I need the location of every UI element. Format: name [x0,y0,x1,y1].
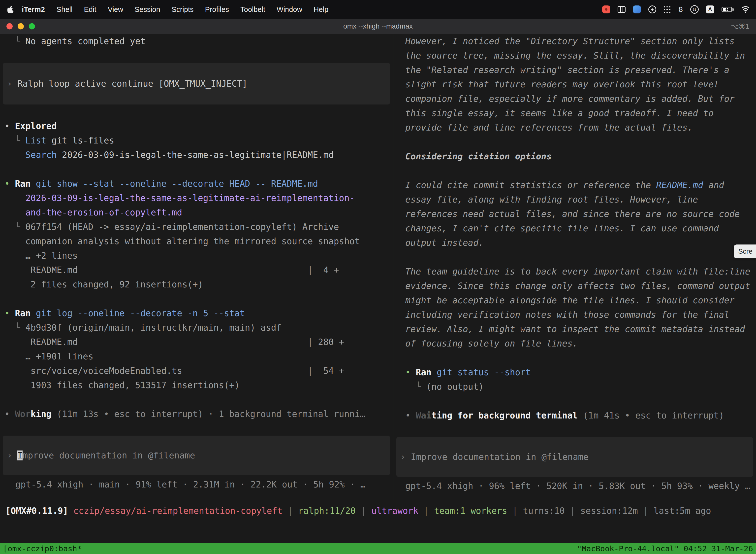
left-transcript: • Explored └ List git ls-files Search 20… [0,105,393,421]
text-run: No agents completed yet [25,36,145,46]
text-run: of focusing solely on file lines. [405,339,578,348]
terminal-line [0,162,393,176]
text-run: 4b9d30f (origin/main, instructkr/main, m… [25,323,281,333]
menu-item-toolbelt[interactable]: Toolbelt [235,5,271,13]
battery-body [721,7,732,12]
terminal-line [393,135,756,149]
menu-item-session[interactable]: Session [129,5,166,13]
screen-recording-indicator-icon[interactable] [602,5,610,13]
text-run: the source tree, missing the essay. Stil… [405,51,745,61]
terminal-line: 2026-03-09-is-legal-the-same-as-legitima… [0,191,393,205]
window-title: omx --xhigh --madmax [0,22,756,30]
text-run [4,150,25,160]
text-run: | [419,506,434,516]
terminal-line: README.md | 4 + [0,263,393,277]
tmux-host-and-time: "MacBook-Pro-44.local" 04:52 31-Mar-26 [577,544,753,553]
screen: iTerm2 ShellEditViewSessionScriptsProfil… [0,0,756,554]
table-grid-icon[interactable] [618,6,626,13]
menu-items: ShellEditViewSessionScriptsProfilesToolb… [51,5,334,14]
terminal-line: • Ran git log --oneline --decorate -n 5 … [0,306,393,321]
right-status-line: gpt-5.4 xhigh · 96% left · 520K in · 5.8… [393,479,756,493]
battery-gauge-icon[interactable]: 61 [690,5,699,14]
text-run: └ [405,382,426,392]
wifi-icon[interactable] [741,6,750,13]
text-run: (1m 41s • esc to interrupt) [578,410,724,421]
menu-item-window[interactable]: Window [271,5,308,13]
hook-icon[interactable]: 8 [679,5,683,14]
left-pre-lines: └ No agents completed yet [0,34,393,63]
text-run: including verification notes with those … [405,310,729,320]
left-spacer [0,421,393,436]
terminal-line: … +1901 lines [0,349,393,364]
left-prompt-text: › Improve documentation in @filename [3,448,195,463]
text-run: I could cite commit statistics or refere… [405,180,656,190]
text-run: • [405,367,416,377]
text-run: • [405,410,416,421]
menu-item-edit[interactable]: Edit [78,5,102,13]
text-run: turns:10 [523,506,565,516]
text-run: team:1 workers [434,506,507,516]
battery-icon[interactable] [721,7,734,12]
charging-bolt-icon [725,7,728,12]
text-run: └ [4,135,25,146]
text-run: and-the-erosion-of-copyleft.md [4,208,182,217]
raycast-icon[interactable] [633,5,641,13]
terminal-line: might be acceptable alongside the file l… [393,293,756,308]
text-run: └ [4,222,25,232]
text-run [68,506,73,516]
terminal-line: … +2 lines [0,248,393,263]
omx-status-bar: [OMX#0.11.9] cczip/essay/ai-reimplementa… [0,501,756,521]
terminal-line: output instead. [393,235,756,250]
text-run: 1903 files changed, 513517 insertions(+) [4,380,240,390]
apple-menu-icon[interactable] [7,5,14,13]
minimize-button[interactable] [18,23,24,30]
menu-item-view[interactable]: View [102,5,129,13]
text-run: companion analysis without altering the … [4,236,360,246]
close-button[interactable] [6,23,13,30]
left-status-line: gpt-5.4 xhigh · main · 91% left · 2.31M … [0,477,393,492]
zoom-button[interactable] [29,23,35,30]
terminal-line: slight risk that future readers may over… [393,77,756,92]
menu-item-scripts[interactable]: Scripts [166,5,199,13]
terminal-line: README.md | 280 + [0,335,393,349]
left-prompt-input[interactable]: › Improve documentation in @filename [3,436,390,475]
right-prompt-input[interactable]: › Improve documentation in @filename [396,437,753,477]
terminal-line [393,394,756,408]
battery-nub [733,8,734,11]
terminal-line: provide file and line references from th… [393,120,756,135]
terminal-line: companion analysis without altering the … [0,234,393,248]
disc-icon[interactable] [648,5,656,13]
text-run: › [400,452,411,462]
terminal-line: └ List git ls-files [0,133,393,148]
text-run: git log --oneline --decorate -n 5 --stat [36,308,245,318]
input-source-icon[interactable]: A [706,5,714,13]
menu-item-profiles[interactable]: Profiles [199,5,235,13]
text-run: 2026-03-09-is-legal-the-same-as-legitima… [57,150,334,160]
right-pane[interactable]: However, I noticed the "Directory Struct… [393,34,756,501]
screen-overlay-button[interactable]: Scre [734,244,756,258]
text-run: README.md | 4 + [4,265,339,275]
text-run: › [7,79,17,89]
terminal-line: The team guideline is to back every impo… [393,264,756,279]
terminal-line: the "Related research writing" section i… [393,63,756,77]
text-run [30,308,36,318]
inject-banner-text: › Ralph loop active continue [OMX_TMUX_I… [3,76,247,91]
terminal-line: However, I noticed the "Directory Struct… [393,34,756,48]
left-pane[interactable]: └ No agents completed yet › Ralph loop a… [0,34,393,501]
menu-item-shell[interactable]: Shell [51,5,78,13]
text-run: However, I noticed the "Directory Struct… [405,36,735,46]
terminal-line: 2 files changed, 92 insertions(+) [0,277,393,292]
text-run: 067f154 (HEAD -> essay/ai-reimplementati… [25,222,339,232]
text-run [30,179,36,189]
terminal-line: evidence. Since this change only affects… [393,279,756,293]
window-controls [6,23,35,30]
terminal-line [393,351,756,365]
text-run: Ran [416,367,431,377]
dots-grid-icon[interactable] [664,6,671,13]
menu-item-app-name[interactable]: iTerm2 [17,5,51,14]
text-run: | [638,506,653,516]
terminal-line: references need actual files, and since … [393,207,756,221]
menu-bar-status-icons: 8 61 A [602,5,750,14]
menu-item-help[interactable]: Help [308,5,334,13]
text-run: the "Related research writing" section i… [405,65,729,75]
